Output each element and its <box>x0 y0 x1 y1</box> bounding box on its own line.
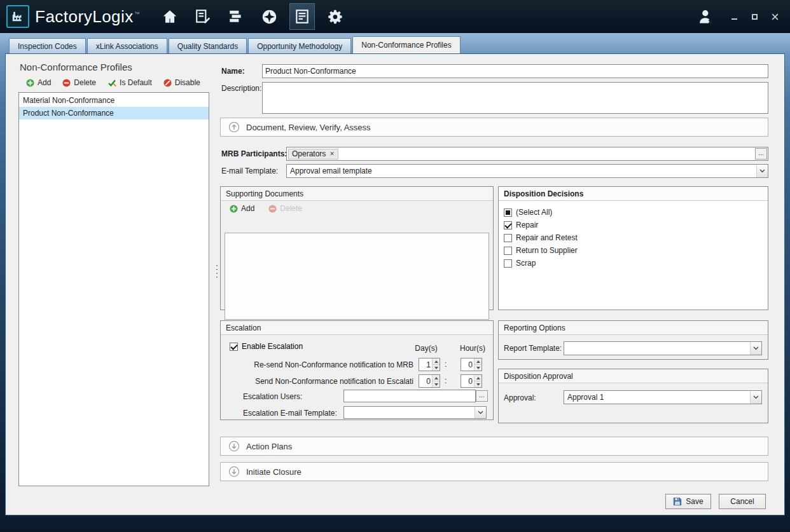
hours-spinner[interactable]: 0 <box>461 358 482 371</box>
disable-profile-button[interactable]: Disable <box>163 78 200 87</box>
mrb-participants-field[interactable]: Operators ✕ ... <box>286 147 768 161</box>
expand-icon <box>228 466 240 477</box>
email-template-label: E-mail Template: <box>221 167 278 175</box>
disposition-approval-group: Disposition Approval Approval: Approval … <box>498 369 768 423</box>
spin-down-icon[interactable] <box>433 365 440 371</box>
spin-up-icon[interactable] <box>475 358 482 365</box>
supporting-documents-toolbar: Add Delete <box>221 201 493 215</box>
tab-xlink-associations[interactable]: xLink Associations <box>87 38 167 53</box>
minimize-button[interactable] <box>728 10 740 23</box>
cancel-button[interactable]: Cancel <box>719 494 766 509</box>
approval-label: Approval: <box>504 393 536 402</box>
checkbox[interactable] <box>504 247 512 255</box>
tab-strip: Inspection Codes xLink Associations Qual… <box>9 36 462 53</box>
tab-inspection-codes[interactable]: Inspection Codes <box>9 38 86 53</box>
delete-document-button[interactable]: Delete <box>268 204 302 213</box>
hours-spinner[interactable]: 0 <box>461 374 482 388</box>
tab-opportunity-methodology[interactable]: Opportunity Methodology <box>248 38 351 53</box>
save-icon <box>673 497 682 506</box>
spin-down-icon[interactable] <box>475 381 482 387</box>
disposition-decisions-group: Disposition Decisions (Select All) Repai… <box>498 186 768 310</box>
compass-icon[interactable] <box>257 4 281 29</box>
disposition-option-return-supplier[interactable]: Return to Supplier <box>499 244 768 257</box>
description-label: Description: <box>221 84 261 93</box>
email-template-select[interactable]: Approval email template <box>286 164 768 178</box>
close-button[interactable] <box>768 10 781 23</box>
disposition-option-select-all[interactable]: (Select All) <box>499 206 768 219</box>
chevron-down-icon[interactable] <box>475 407 486 418</box>
spin-up-icon[interactable] <box>433 375 440 381</box>
escalation-email-template-select[interactable] <box>343 406 487 419</box>
quality-module-icon[interactable] <box>290 4 314 29</box>
escalation-users-input[interactable] <box>343 390 476 402</box>
days-spinner[interactable]: 1 <box>419 358 440 371</box>
escalation-users-browse-button[interactable]: ... <box>476 390 488 402</box>
save-button[interactable]: Save <box>665 494 711 509</box>
spin-down-icon[interactable] <box>433 381 440 387</box>
window-controls <box>728 10 781 23</box>
spin-down-icon[interactable] <box>475 365 482 371</box>
titlebar: FactoryLogix™ <box>0 0 790 33</box>
profiles-panel-title: Non-Conformance Profiles <box>20 62 209 72</box>
tab-non-conformance-profiles[interactable]: Non-Conformance Profiles <box>352 36 460 53</box>
reporting-options-group: Reporting Options Report Template: <box>498 320 768 360</box>
add-profile-button[interactable]: Add <box>26 78 51 87</box>
description-input[interactable] <box>262 82 768 114</box>
delete-profile-button[interactable]: Delete <box>62 78 96 87</box>
list-item[interactable]: Material Non-Conformance <box>19 94 209 107</box>
delete-icon <box>62 79 71 87</box>
escalation-users-label: Escalation Users: <box>243 392 302 401</box>
supporting-documents-list[interactable] <box>225 233 489 320</box>
approval-select[interactable]: Approval 1 <box>564 390 762 404</box>
books-icon[interactable] <box>224 4 248 29</box>
reporting-options-title: Reporting Options <box>499 321 768 335</box>
gear-icon[interactable] <box>323 4 347 29</box>
chevron-down-icon[interactable] <box>750 391 761 404</box>
days-spinner[interactable]: 0 <box>419 374 440 388</box>
checkbox[interactable] <box>504 234 512 242</box>
home-icon[interactable] <box>158 4 182 29</box>
escalation-title: Escalation <box>221 321 493 335</box>
main-nav <box>158 4 347 29</box>
enable-escalation-checkbox[interactable]: Enable Escalation <box>230 342 303 351</box>
participant-chip: Operators ✕ <box>288 149 338 160</box>
profiles-list: Material Non-Conformance Product Non-Con… <box>18 92 209 486</box>
maximize-button[interactable] <box>748 10 761 23</box>
checkbox[interactable] <box>504 208 512 217</box>
disposition-approval-title: Disposition Approval <box>499 369 768 383</box>
add-icon <box>26 79 34 87</box>
mrb-participants-browse-button[interactable]: ... <box>755 148 767 160</box>
clipboard-edit-icon[interactable] <box>191 4 215 29</box>
remove-chip-icon[interactable]: ✕ <box>329 151 335 157</box>
spin-up-icon[interactable] <box>433 358 440 365</box>
disable-icon <box>163 79 172 87</box>
report-template-select[interactable] <box>564 341 762 355</box>
app-name: FactoryLogix™ <box>35 7 140 27</box>
supporting-documents-group: Supporting Documents Add Delete <box>220 186 494 310</box>
checkbox[interactable] <box>230 343 238 351</box>
is-default-button[interactable]: Is Default <box>107 78 152 87</box>
chevron-down-icon[interactable] <box>750 342 761 355</box>
profiles-toolbar: Add Delete Is Default Disable <box>26 78 209 87</box>
section-action-plans[interactable]: Action Plans <box>220 437 768 456</box>
spin-up-icon[interactable] <box>475 375 482 381</box>
section-initiate-closure[interactable]: Initiate Closure <box>220 462 768 481</box>
chevron-down-icon[interactable] <box>756 165 768 177</box>
list-item[interactable]: Product Non-Conformance <box>19 107 209 119</box>
collapse-icon <box>228 121 240 133</box>
checkbox[interactable] <box>504 221 512 229</box>
panel-splitter[interactable] <box>216 265 218 284</box>
user-logout-icon[interactable] <box>697 8 715 25</box>
escalation-row-mrb: Re-send Non-Conformance notification to … <box>221 358 493 372</box>
checkbox[interactable] <box>504 259 512 268</box>
disposition-option-repair[interactable]: Repair <box>499 219 768 231</box>
name-input[interactable] <box>262 64 768 78</box>
add-document-button[interactable]: Add <box>230 204 254 213</box>
tab-quality-standards[interactable]: Quality Standards <box>169 38 247 53</box>
section-document-review[interactable]: Document, Review, Verify, Assess <box>220 118 768 137</box>
disposition-option-scrap[interactable]: Scrap <box>499 257 768 269</box>
expand-icon <box>228 440 240 452</box>
disposition-option-repair-retest[interactable]: Repair and Retest <box>499 231 768 244</box>
add-icon <box>230 205 238 213</box>
content-area: Non-Conformance Profiles Add Delete Is D… <box>5 53 785 515</box>
